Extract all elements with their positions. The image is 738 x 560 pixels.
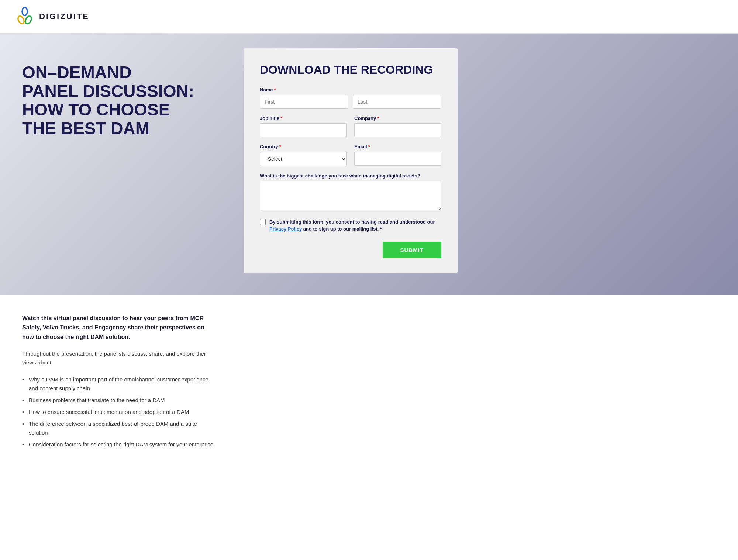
email-group: Email* <box>354 144 441 166</box>
first-name-input[interactable] <box>260 95 348 109</box>
privacy-policy-link[interactable]: Privacy Policy <box>269 226 302 232</box>
job-company-row: Job Title* Company* <box>260 115 441 144</box>
svg-point-2 <box>24 15 32 25</box>
email-label: Email* <box>354 144 441 149</box>
form-card: DOWNLOAD THE RECORDING Name* Job Title* … <box>244 48 458 273</box>
site-header: DIGIZUITE <box>0 0 738 34</box>
job-title-group: Job Title* <box>260 115 347 137</box>
name-group: Name* <box>260 87 441 109</box>
job-title-input[interactable] <box>260 123 347 137</box>
content-section: Watch this virtual panel discussion to h… <box>0 295 236 473</box>
last-name-input[interactable] <box>353 95 441 109</box>
company-group: Company* <box>354 115 441 137</box>
challenge-label: What is the biggest challenge you face w… <box>260 173 441 179</box>
country-label: Country* <box>260 144 347 149</box>
bullet-list: Why a DAM is an important part of the om… <box>22 374 214 450</box>
list-item: How to ensure successful implementation … <box>22 406 214 418</box>
logo: DIGIZUITE <box>15 7 89 27</box>
list-item: The difference between a specialized bes… <box>22 418 214 439</box>
email-input[interactable] <box>354 152 441 166</box>
hero-title: ON–DEMAND PANEL DISCUSSION: HOW TO CHOOS… <box>22 63 229 138</box>
name-label: Name* <box>260 87 441 93</box>
job-title-label: Job Title* <box>260 115 347 121</box>
consent-row: By submitting this form, you consent to … <box>260 218 441 233</box>
submit-button[interactable]: SUBMIT <box>383 242 442 258</box>
consent-checkbox[interactable] <box>260 219 266 225</box>
name-required: * <box>274 87 276 93</box>
country-email-row: Country* -Select- United States United K… <box>260 144 441 173</box>
hero-section: ON–DEMAND PANEL DISCUSSION: HOW TO CHOOS… <box>0 34 738 295</box>
svg-point-1 <box>17 15 25 25</box>
company-label: Company* <box>354 115 441 121</box>
country-select[interactable]: -Select- United States United Kingdom Ge… <box>260 152 347 166</box>
list-item: Why a DAM is an important part of the om… <box>22 374 214 394</box>
logo-text: DIGIZUITE <box>39 12 89 21</box>
list-item: Consideration factors for selecting the … <box>22 439 214 450</box>
country-required: * <box>279 144 281 149</box>
name-row <box>260 95 441 109</box>
country-group: Country* -Select- United States United K… <box>260 144 347 166</box>
logo-icon <box>15 7 35 27</box>
hero-left: ON–DEMAND PANEL DISCUSSION: HOW TO CHOOS… <box>22 56 229 138</box>
list-item: Business problems that translate to the … <box>22 394 214 406</box>
svg-point-0 <box>22 7 27 15</box>
challenge-group: What is the biggest challenge you face w… <box>260 173 441 212</box>
intro-normal: Throughout the presentation, the panelis… <box>22 349 214 367</box>
consent-required: * <box>379 226 382 232</box>
consent-text: By submitting this form, you consent to … <box>269 218 441 233</box>
job-required: * <box>280 115 282 121</box>
intro-bold: Watch this virtual panel discussion to h… <box>22 314 214 342</box>
form-title: DOWNLOAD THE RECORDING <box>260 63 441 77</box>
company-input[interactable] <box>354 123 441 137</box>
company-required: * <box>377 115 379 121</box>
challenge-textarea[interactable] <box>260 181 441 210</box>
email-required: * <box>368 144 370 149</box>
